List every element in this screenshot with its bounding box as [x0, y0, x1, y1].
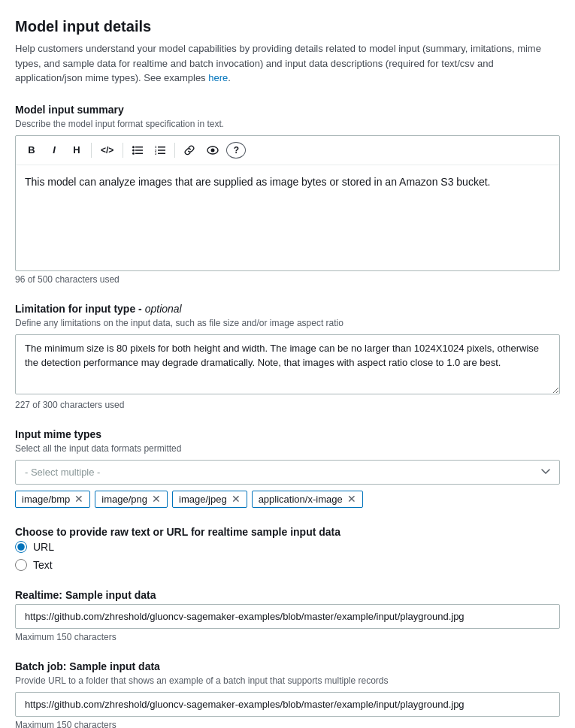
sample-input-type-label: Choose to provide raw text or URL for re… [15, 526, 560, 538]
mime-select-placeholder: - Select multiple - [25, 467, 100, 478]
mime-tags-container: image/bmp✕image/png✕image/jpeg✕applicati… [15, 491, 560, 508]
model-input-summary-label: Model input summary [15, 104, 560, 116]
dropdown-chevron-icon [541, 469, 550, 475]
svg-point-13 [211, 148, 215, 152]
model-input-summary-section: Model input summary Describe the model i… [15, 104, 560, 285]
editor-toolbar: B I H </> 123 ? [16, 136, 559, 165]
mime-types-label: Input mime types [15, 428, 560, 440]
svg-rect-6 [158, 147, 165, 148]
optional-label: optional [145, 303, 182, 315]
page-container: Model input details Help customers under… [0, 0, 575, 728]
mime-tag-label: image/jpeg [179, 494, 227, 505]
preview-button[interactable] [202, 140, 223, 160]
sample-input-type-section: Choose to provide raw text or URL for re… [15, 526, 560, 571]
examples-link[interactable]: here [208, 72, 228, 83]
toolbar-separator-2 [123, 143, 123, 158]
mime-tag-label: image/bmp [22, 494, 70, 505]
svg-text:3: 3 [155, 152, 157, 155]
italic-button[interactable]: I [44, 140, 64, 160]
mime-tag-remove-button[interactable]: ✕ [152, 494, 161, 504]
editor-content[interactable]: This model can analyze images that are s… [16, 165, 559, 270]
realtime-max-chars: Maximum 150 characters [15, 632, 560, 642]
mime-select-dropdown[interactable]: - Select multiple - [15, 460, 560, 485]
model-input-char-count: 96 of 500 characters used [15, 274, 560, 285]
radio-label-url: URL [33, 541, 54, 553]
radio-text[interactable] [15, 559, 27, 571]
toolbar-separator-1 [91, 143, 92, 158]
mime-tag: application/x-image✕ [252, 491, 363, 508]
realtime-sample-input[interactable] [15, 604, 560, 629]
heading-button[interactable]: H [67, 140, 86, 160]
mime-tag-remove-button[interactable]: ✕ [232, 494, 241, 504]
svg-point-4 [132, 149, 135, 151]
batch-sample-section: Batch job: Sample input data Provide URL… [15, 660, 560, 729]
limitation-char-count: 227 of 300 characters used [15, 400, 560, 410]
radio-group: URLText [15, 541, 560, 571]
radio-label-text: Text [33, 559, 53, 571]
mime-types-section: Input mime types Select all the input da… [15, 428, 560, 508]
radio-option-url[interactable]: URL [15, 541, 560, 553]
ordered-list-button[interactable]: 123 [150, 140, 170, 160]
svg-point-3 [132, 146, 135, 148]
realtime-sample-label: Realtime: Sample input data [15, 589, 560, 601]
mime-types-sublabel: Select all the input data formats permit… [15, 443, 560, 454]
limitation-textarea[interactable]: The minimum size is 80 pixels for both h… [15, 334, 560, 394]
code-button[interactable]: </> [96, 140, 118, 160]
page-description: Help customers understand your model cap… [15, 41, 560, 86]
toolbar-separator-3 [174, 143, 175, 158]
svg-rect-1 [135, 150, 143, 151]
svg-rect-2 [135, 153, 143, 154]
mime-tag: image/bmp✕ [15, 491, 90, 508]
batch-sample-sublabel: Provide URL to a folder that shows an ex… [15, 675, 560, 686]
batch-max-chars: Maximum 150 characters [15, 720, 560, 729]
svg-rect-8 [158, 153, 165, 154]
limitation-section: Limitation for input type - optional Def… [15, 303, 560, 410]
radio-option-text[interactable]: Text [15, 559, 560, 571]
svg-point-5 [132, 152, 135, 154]
batch-sample-label: Batch job: Sample input data [15, 660, 560, 672]
help-button[interactable]: ? [226, 142, 246, 159]
svg-rect-7 [158, 150, 165, 151]
mime-tag-remove-button[interactable]: ✕ [74, 494, 83, 504]
bold-button[interactable]: B [22, 140, 41, 160]
realtime-sample-section: Realtime: Sample input data Maximum 150 … [15, 589, 560, 642]
mime-tag-label: application/x-image [259, 494, 343, 505]
unordered-list-button[interactable] [128, 140, 147, 160]
limitation-sublabel: Define any limitations on the input data… [15, 318, 560, 328]
svg-rect-0 [135, 147, 143, 148]
mime-tag: image/png✕ [95, 491, 168, 508]
rich-text-editor: B I H </> 123 ? [15, 135, 560, 271]
mime-tag-remove-button[interactable]: ✕ [347, 494, 356, 504]
mime-tag-label: image/png [101, 494, 147, 505]
radio-url[interactable] [15, 541, 27, 553]
model-input-summary-sublabel: Describe the model input format specific… [15, 119, 560, 129]
page-title: Model input details [15, 18, 560, 35]
limitation-label: Limitation for input type - optional [15, 303, 560, 315]
batch-sample-input[interactable] [15, 692, 560, 717]
link-button[interactable] [180, 140, 199, 160]
mime-tag: image/jpeg✕ [172, 491, 247, 508]
